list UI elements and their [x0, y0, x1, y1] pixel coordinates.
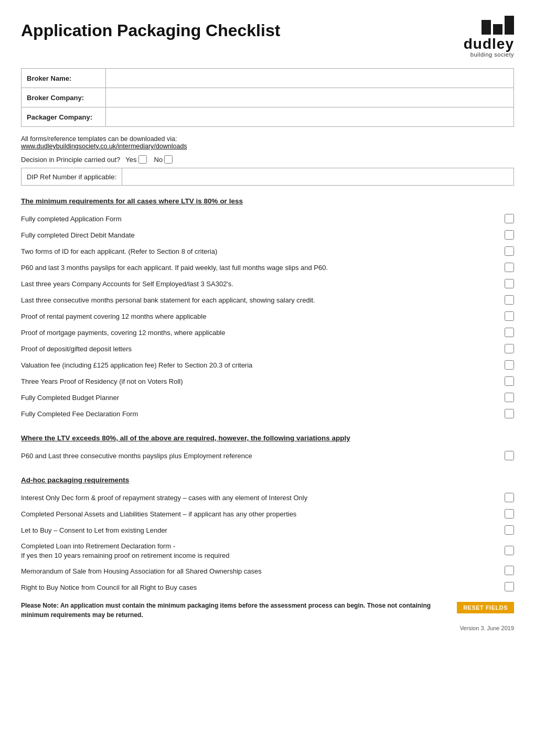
checklist-item-text: Right to Buy Notice from Council for all… [21, 583, 505, 592]
checklist-row: Last three years Company Accounts for Se… [21, 276, 514, 293]
checklist-item-text: Proof of deposit/gifted deposit letters [21, 344, 505, 354]
checklist-checkbox[interactable] [505, 311, 514, 321]
checklist-checkbox[interactable] [505, 582, 514, 591]
broker-company-row: Broker Company: [22, 88, 513, 107]
checklist-checkbox[interactable] [505, 328, 514, 337]
broker-name-input-area [105, 69, 513, 88]
checklist-item-text: Last three consecutive months personal b… [21, 296, 505, 305]
checklist-checkbox[interactable] [505, 360, 514, 370]
page-header: Application Packaging Checklist dudley b… [21, 16, 514, 58]
packager-company-label: Packager Company: [22, 110, 105, 124]
packager-company-input[interactable] [106, 107, 513, 125]
checklist-item-text: P60 and last 3 months payslips for each … [21, 263, 505, 273]
checklist-item-text: Two forms of ID for each applicant. (Ref… [21, 247, 505, 256]
checklist-checkbox[interactable] [505, 344, 514, 353]
checklist-row: Proof of rental payment covering 12 mont… [21, 309, 514, 325]
checklist-checkbox[interactable] [505, 214, 514, 223]
checklist-checkbox[interactable] [505, 246, 514, 256]
checklist-row: Interest Only Dec form & proof of repaym… [21, 490, 514, 506]
checklist-checkbox[interactable] [505, 451, 514, 460]
checklist-item-text: Memorandum of Sale from Housing Associat… [21, 567, 505, 576]
checklist-row: Proof of deposit/gifted deposit letters [21, 341, 514, 358]
checklist-checkbox[interactable] [505, 493, 514, 502]
checklist-item-text: Three Years Proof of Residency (if not o… [21, 377, 505, 386]
checklist-checkbox-label[interactable] [505, 493, 514, 504]
checklist-item-text: P60 and Last three consecutive months pa… [21, 451, 505, 461]
checklist-checkbox-label[interactable] [505, 525, 514, 536]
checklist-row: Last three consecutive months personal b… [21, 293, 514, 309]
version-text: Version 3. June 2019 [21, 625, 514, 631]
checklist-checkbox[interactable] [505, 295, 514, 305]
checklist-checkbox-label[interactable] [505, 582, 514, 593]
checklist-item-text: Let to Buy – Consent to Let from existin… [21, 526, 505, 535]
broker-form-section: Broker Name: Broker Company: Packager Co… [21, 68, 514, 127]
broker-name-input[interactable] [106, 69, 513, 87]
checklist-checkbox-label[interactable] [505, 409, 514, 420]
checklist-checkbox[interactable] [505, 409, 514, 418]
checklist-checkbox[interactable] [505, 509, 514, 519]
checklist-checkbox[interactable] [505, 230, 514, 240]
checklist-row: Proof of mortgage payments, covering 12 … [21, 325, 514, 341]
info-section: All forms/reference templates can be dow… [21, 135, 514, 150]
checklist-checkbox[interactable] [505, 566, 514, 575]
checklist-row: Fully completed Application Form [21, 211, 514, 228]
checklist-checkbox[interactable] [505, 393, 514, 402]
checklist-checkbox-label[interactable] [505, 311, 514, 322]
checklist-item-text: Proof of mortgage payments, covering 12 … [21, 328, 505, 338]
yes-label-text: Yes [125, 156, 136, 164]
yes-checkbox[interactable] [138, 155, 147, 164]
checklist-item-text: Fully completed Direct Debit Mandate [21, 231, 505, 240]
packager-company-row: Packager Company: [22, 107, 513, 126]
no-checkbox[interactable] [164, 155, 173, 164]
checklist-checkbox-label[interactable] [505, 344, 514, 355]
checklist-item-text: Valuation fee (including £125 applicatio… [21, 361, 505, 370]
checklist-checkbox-label[interactable] [505, 328, 514, 339]
broker-company-input-area [105, 88, 513, 107]
dip-ref-label: DIP Ref Number if applicable: [22, 170, 122, 184]
checklist-checkbox-label[interactable] [505, 214, 514, 225]
checklist-checkbox-label[interactable] [505, 263, 514, 274]
checklist-checkbox[interactable] [505, 525, 514, 535]
info-link[interactable]: www.dudleybuildingsociety.co.uk/intermed… [21, 143, 514, 150]
checklist-checkbox[interactable] [505, 279, 514, 288]
yes-label-box[interactable]: Yes [125, 155, 146, 164]
logo-text-sub: building society [470, 51, 514, 58]
logo-area: dudley building society [430, 16, 514, 58]
checklist-checkbox-label[interactable] [505, 546, 514, 557]
no-label-text: No [154, 156, 163, 164]
section2-checklist: P60 and Last three consecutive months pa… [21, 448, 514, 465]
checklist-checkbox[interactable] [505, 376, 514, 386]
broker-company-input[interactable] [106, 88, 513, 106]
checklist-checkbox-label[interactable] [505, 376, 514, 387]
checklist-checkbox[interactable] [505, 263, 514, 272]
logo-bar-3 [505, 16, 514, 35]
checklist-item-text: Proof of rental payment covering 12 mont… [21, 312, 505, 321]
dip-ref-input[interactable] [122, 168, 513, 185]
checklist-checkbox-label[interactable] [505, 279, 514, 290]
checklist-row: Fully Completed Fee Declaration Form [21, 406, 514, 423]
checklist-checkbox-label[interactable] [505, 295, 514, 306]
checklist-item-text: Completed Personal Assets and Liabilitie… [21, 510, 505, 519]
dip-ref-row: DIP Ref Number if applicable: [21, 168, 514, 186]
section3-checklist: Interest Only Dec form & proof of repaym… [21, 490, 514, 596]
section1-heading: The minimum requirements for all cases w… [21, 197, 514, 205]
checklist-checkbox-label[interactable] [505, 566, 514, 577]
checklist-checkbox-label[interactable] [505, 246, 514, 257]
logo-bar-2 [493, 24, 502, 35]
checklist-checkbox-label[interactable] [505, 509, 514, 520]
logo-text-main: dudley [464, 37, 514, 51]
checklist-checkbox-label[interactable] [505, 451, 514, 462]
logo-icon [482, 16, 514, 35]
checklist-checkbox-label[interactable] [505, 360, 514, 371]
checklist-item-text: Interest Only Dec form & proof of repaym… [21, 493, 505, 503]
section3-heading: Ad-hoc packaging requirements [21, 476, 514, 484]
page-title: Application Packaging Checklist [21, 21, 280, 40]
checklist-checkbox[interactable] [505, 546, 514, 555]
dip-question-label: Decision in Principle carried out? [21, 156, 120, 164]
section1-checklist: Fully completed Application Form Fully c… [21, 211, 514, 423]
checklist-checkbox-label[interactable] [505, 230, 514, 241]
no-label-box[interactable]: No [154, 155, 173, 164]
checklist-checkbox-label[interactable] [505, 393, 514, 404]
reset-button[interactable]: RESET FIELDS [457, 602, 514, 613]
broker-name-label: Broker Name: [22, 71, 105, 85]
